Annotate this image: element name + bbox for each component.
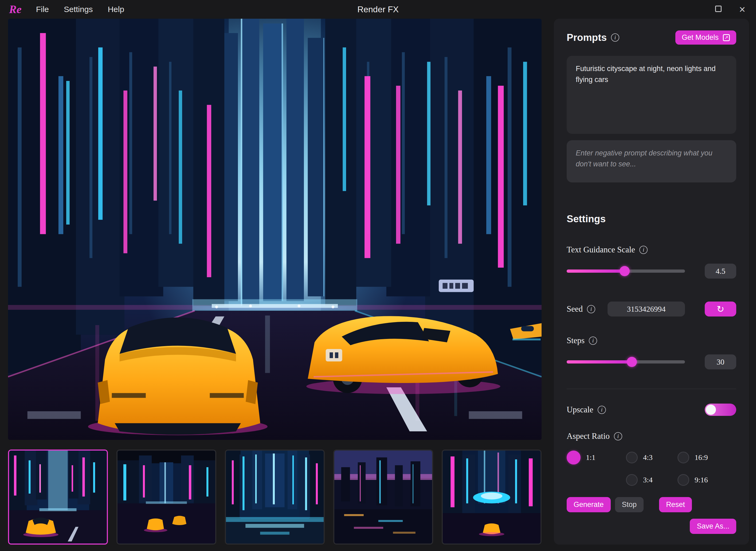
aspect-ratio-options: 1:1 4:3 16:9 3:4 9:16 (567, 451, 736, 486)
aspect-ratio-label: Aspect Ratio (567, 431, 610, 441)
radio-icon (678, 474, 689, 486)
steps-slider-fill (567, 360, 632, 364)
save-row: Save As... (567, 519, 736, 534)
get-models-button[interactable]: Get Models ↗ (675, 30, 736, 45)
stop-button[interactable]: Stop (615, 497, 644, 512)
thumbnail-2[interactable] (116, 450, 216, 545)
text-guidance-info-icon[interactable]: i (639, 246, 648, 254)
aspect-ratio-info-icon[interactable]: i (614, 432, 622, 440)
prompts-heading: Prompts (567, 32, 607, 43)
positive-prompt-box: Futuristic cityscape at night, neon ligh… (567, 56, 736, 134)
aspect-option-1-1[interactable]: 1:1 (567, 451, 626, 465)
thumbnail-5[interactable] (442, 450, 542, 545)
menubar: File Settings Help (36, 5, 124, 14)
upscale-label: Upscale (567, 405, 593, 415)
window-title: Render FX (357, 5, 399, 14)
aspect-option-9-16[interactable]: 9:16 (678, 474, 736, 486)
panel-spacer (567, 486, 736, 497)
thumbnail-5-image (443, 451, 541, 544)
text-guidance-label: Text Guidance Scale (567, 245, 635, 254)
cityscape-render (8, 19, 542, 440)
positive-prompt-input[interactable]: Futuristic cityscape at night, neon ligh… (576, 63, 727, 126)
window-controls: × (698, 4, 745, 15)
reset-button[interactable]: Reset (659, 497, 692, 512)
upscale-row: Upscale i (567, 404, 736, 416)
text-guidance-slider[interactable] (567, 269, 685, 273)
seed-info-icon[interactable]: i (587, 305, 595, 313)
thumbnail-strip (8, 450, 542, 545)
aspect-option-4-3[interactable]: 4:3 (626, 451, 678, 465)
aspect-option-9-16-label: 9:16 (695, 476, 708, 484)
menu-file[interactable]: File (36, 5, 49, 14)
settings-header: Settings (567, 213, 736, 224)
titlebar: Re File Settings Help Render FX × (0, 0, 756, 19)
seed-row: Seed i ↻ (567, 302, 736, 317)
seed-input[interactable] (608, 302, 685, 317)
radio-icon (626, 452, 638, 463)
steps-control-row: 30 (567, 355, 736, 369)
prompts-info-icon[interactable]: i (611, 33, 619, 42)
maximize-button[interactable] (715, 6, 722, 13)
thumbnail-4-image (334, 451, 432, 544)
radio-icon (567, 451, 581, 465)
settings-heading: Settings (567, 213, 606, 224)
seed-label: Seed (567, 304, 583, 314)
negative-prompt-box (567, 140, 736, 182)
aspect-option-3-4-label: 3:4 (643, 476, 653, 484)
generate-button[interactable]: Generate (567, 497, 611, 512)
aspect-ratio-label-row: Aspect Ratio i (567, 431, 736, 441)
text-guidance-control-row: 4.5 (567, 263, 736, 279)
app-logo: Re (9, 4, 22, 15)
upscale-toggle[interactable] (705, 404, 736, 416)
thumbnail-4[interactable] (333, 450, 433, 545)
seed-refresh-button[interactable]: ↻ (705, 302, 736, 317)
thumbnail-2-image (117, 451, 215, 544)
get-models-label: Get Models (682, 33, 719, 42)
save-as-button[interactable]: Save As... (690, 519, 736, 534)
steps-info-icon[interactable]: i (589, 337, 597, 345)
prompts-header: Prompts i Get Models ↗ (567, 30, 736, 45)
thumbnail-3-image (226, 451, 324, 544)
maximize-icon (715, 6, 722, 12)
generated-image (8, 19, 542, 440)
thumbnail-1-image (9, 451, 107, 544)
steps-label: Steps (567, 336, 585, 345)
aspect-option-3-4[interactable]: 3:4 (626, 474, 678, 486)
text-guidance-label-row: Text Guidance Scale i (567, 245, 736, 254)
aspect-option-16-9-label: 16:9 (695, 453, 708, 462)
aspect-option-4-3-label: 4:3 (643, 453, 653, 462)
upscale-info-icon[interactable]: i (598, 406, 606, 414)
steps-label-row: Steps i (567, 336, 736, 345)
negative-prompt-input[interactable] (576, 148, 727, 175)
text-guidance-slider-thumb[interactable] (620, 266, 630, 276)
aspect-option-16-9[interactable]: 16:9 (678, 451, 736, 465)
thumbnail-1[interactable] (8, 450, 108, 545)
upscale-toggle-knob (706, 405, 716, 415)
steps-value: 30 (705, 355, 736, 369)
thumbnail-3[interactable] (225, 450, 325, 545)
control-panel: Prompts i Get Models ↗ Futuristic citysc… (554, 19, 749, 545)
menu-settings[interactable]: Settings (64, 5, 93, 14)
radio-icon (678, 452, 689, 463)
menu-help[interactable]: Help (108, 5, 124, 14)
external-link-icon: ↗ (723, 34, 730, 41)
steps-slider[interactable] (567, 360, 685, 364)
text-guidance-value: 4.5 (705, 263, 736, 279)
action-buttons: Generate Stop Reset (567, 497, 736, 512)
radio-icon (626, 474, 638, 486)
text-guidance-slider-fill (567, 269, 625, 273)
refresh-icon: ↻ (717, 304, 725, 315)
aspect-option-1-1-label: 1:1 (586, 453, 596, 462)
section-divider (567, 389, 736, 389)
close-button[interactable]: × (739, 4, 745, 15)
image-area (8, 19, 542, 545)
main-content: Prompts i Get Models ↗ Futuristic citysc… (0, 19, 756, 551)
steps-slider-thumb[interactable] (627, 357, 637, 367)
